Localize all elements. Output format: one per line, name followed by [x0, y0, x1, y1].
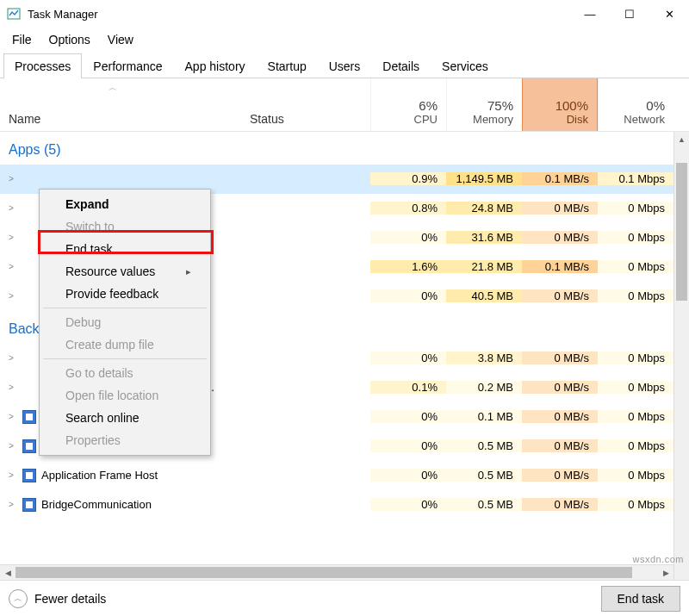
metric-net: 0 Mbps: [598, 202, 673, 215]
context-menu-item-open-file-location: Open file location: [41, 384, 208, 407]
context-menu-label: Search online: [65, 411, 140, 425]
menubar: FileOptionsView: [0, 28, 689, 52]
group-header-apps[interactable]: Apps (5): [0, 132, 689, 165]
context-menu-label: Switch to: [65, 220, 115, 233]
metric-cpu: 0.8%: [370, 202, 446, 215]
metric-disk: 0 MB/s: [522, 352, 598, 364]
metric-net: 0 Mbps: [598, 289, 673, 302]
maximize-button[interactable]: ☐: [610, 0, 649, 28]
menu-view[interactable]: View: [99, 29, 142, 50]
metric-cpu: 0%: [370, 498, 446, 511]
context-menu-label: Provide feedback: [65, 287, 158, 301]
metric-cpu: 0%: [370, 439, 446, 452]
expand-caret-icon[interactable]: >: [9, 441, 17, 451]
metric-cpu: 0%: [370, 231, 446, 244]
expand-caret-icon[interactable]: >: [9, 203, 17, 213]
metric-mem: 0.5 MB: [446, 498, 522, 511]
tab-users[interactable]: Users: [318, 53, 372, 78]
footer-bar: ︿ Fewer details End task: [0, 580, 689, 616]
column-header-status[interactable]: Status: [241, 78, 370, 131]
column-header-disk[interactable]: 100% Disk: [522, 78, 598, 131]
scroll-right-icon[interactable]: ▶: [658, 565, 673, 580]
context-menu-item-go-to-details: Go to details: [41, 362, 208, 384]
minimize-button[interactable]: —: [570, 0, 610, 28]
expand-caret-icon[interactable]: >: [9, 233, 17, 242]
horizontal-scrollbar[interactable]: ◀ ▶: [0, 564, 673, 580]
tab-services[interactable]: Services: [431, 53, 500, 78]
metric-cpu: 0.9%: [370, 172, 446, 185]
metric-cpu: 0%: [370, 410, 446, 423]
metric-mem: 0.5 MB: [446, 439, 522, 452]
context-menu-label: End task: [65, 242, 112, 256]
context-menu-item-provide-feedback[interactable]: Provide feedback: [41, 283, 208, 305]
expand-caret-icon[interactable]: >: [9, 500, 17, 509]
expand-caret-icon[interactable]: >: [9, 353, 17, 363]
context-menu-item-switch-to: Switch to: [41, 215, 208, 238]
expand-caret-icon[interactable]: >: [9, 291, 17, 301]
menu-options[interactable]: Options: [40, 29, 99, 50]
expand-caret-icon[interactable]: >: [9, 412, 17, 421]
close-button[interactable]: ✕: [649, 0, 689, 28]
context-menu-label: Debug: [65, 315, 101, 329]
metric-mem: 1,149.5 MB: [446, 172, 522, 185]
column-header-memory[interactable]: 75% Memory: [446, 78, 522, 131]
tab-startup[interactable]: Startup: [257, 53, 318, 78]
end-task-button[interactable]: End task: [601, 586, 680, 612]
task-manager-icon: [7, 7, 21, 21]
context-menu-label: Resource values: [65, 264, 155, 278]
metric-net: 0 Mbps: [598, 410, 673, 423]
metric-mem: 31.6 MB: [446, 231, 522, 244]
metric-cpu: 0.1%: [370, 381, 446, 394]
process-icon: [22, 410, 36, 424]
tab-details[interactable]: Details: [371, 53, 431, 78]
context-menu-item-end-task[interactable]: End task: [41, 238, 208, 260]
metric-net: 0 Mbps: [598, 469, 673, 482]
context-menu-label: Expand: [65, 197, 109, 211]
metric-mem: 40.5 MB: [446, 289, 522, 302]
context-menu-item-expand[interactable]: Expand: [41, 193, 208, 215]
metric-mem: 0.5 MB: [446, 469, 522, 482]
process-row[interactable]: >Application Frame Host0%0.5 MB0 MB/s0 M…: [0, 461, 689, 490]
tab-processes[interactable]: Processes: [3, 53, 82, 78]
metric-cpu: 1.6%: [370, 260, 446, 273]
scroll-left-icon[interactable]: ◀: [0, 565, 16, 580]
metric-mem: 24.8 MB: [446, 202, 522, 215]
column-header-network[interactable]: 0% Network: [598, 78, 673, 131]
scroll-thumb-h[interactable]: [16, 567, 632, 578]
context-menu-label: Open file location: [65, 389, 158, 402]
process-icon: [22, 469, 36, 482]
expand-caret-icon[interactable]: >: [9, 383, 17, 392]
metric-disk: 0 MB/s: [522, 289, 598, 302]
scroll-up-icon[interactable]: ▲: [674, 132, 689, 147]
metric-mem: 0.1 MB: [446, 410, 522, 423]
metric-disk: 0.1 MB/s: [522, 260, 598, 273]
context-menu-label: Go to details: [65, 366, 133, 380]
watermark: wsxdn.com: [632, 554, 684, 564]
process-name-cell[interactable]: >Application Frame Host: [0, 469, 241, 482]
context-menu-item-search-online[interactable]: Search online: [41, 407, 208, 429]
menu-file[interactable]: File: [3, 29, 40, 50]
expand-caret-icon[interactable]: >: [9, 470, 17, 480]
column-header-cpu[interactable]: 6% CPU: [370, 78, 446, 131]
context-menu-item-create-dump-file: Create dump file: [41, 333, 208, 356]
process-name-label: Application Frame Host: [41, 469, 158, 482]
vertical-scrollbar[interactable]: ▲ ▼: [673, 132, 689, 614]
metric-disk: 0 MB/s: [522, 469, 598, 482]
column-header-name[interactable]: ︿ Name: [0, 78, 241, 131]
context-menu-item-resource-values[interactable]: Resource values▸: [41, 260, 208, 283]
process-name-cell[interactable]: >: [0, 174, 241, 184]
fewer-details-button[interactable]: ︿ Fewer details: [9, 589, 106, 608]
process-row[interactable]: >BridgeCommunication0%0.5 MB0 MB/s0 Mbps: [0, 490, 689, 520]
metric-disk: 0 MB/s: [522, 202, 598, 215]
tab-performance[interactable]: Performance: [82, 53, 173, 78]
process-name-cell[interactable]: >BridgeCommunication: [0, 498, 241, 512]
expand-caret-icon[interactable]: >: [9, 262, 17, 271]
expand-caret-icon[interactable]: >: [9, 174, 17, 184]
tab-app-history[interactable]: App history: [174, 53, 257, 78]
window-title: Task Manager: [28, 8, 570, 21]
metric-disk: 0.1 MB/s: [522, 172, 598, 185]
scroll-thumb[interactable]: [676, 163, 687, 301]
metric-cpu: 0%: [370, 352, 446, 364]
process-icon: [22, 439, 36, 453]
titlebar: Task Manager — ☐ ✕: [0, 0, 689, 28]
